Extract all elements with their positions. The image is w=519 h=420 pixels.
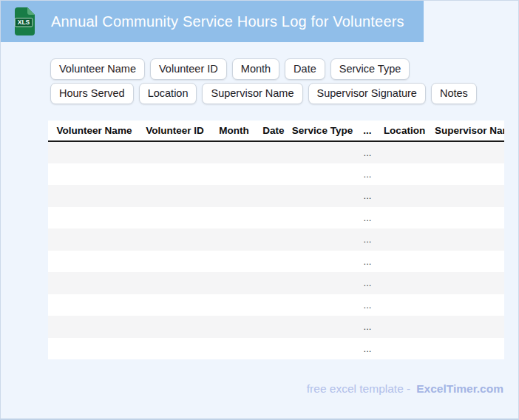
ellipsis-cell: ... — [356, 163, 379, 186]
empty-cell — [209, 338, 259, 360]
ellipsis-cell: ... — [356, 207, 379, 229]
footer-text: free excel template - — [307, 382, 410, 395]
empty-cell — [430, 251, 504, 273]
ellipsis-cell: ... — [356, 185, 379, 207]
ellipsis-cell: ... — [356, 316, 379, 338]
column-chip[interactable]: Location — [139, 83, 197, 104]
empty-cell — [288, 338, 356, 360]
table-row: ... — [48, 228, 504, 251]
empty-cell — [259, 163, 288, 186]
empty-cell — [288, 316, 356, 338]
empty-cell — [209, 228, 259, 251]
column-chip[interactable]: Volunteer Name — [50, 58, 145, 80]
empty-cell — [259, 272, 288, 294]
empty-cell — [288, 163, 356, 186]
empty-cell — [430, 207, 504, 229]
table-row: ... — [48, 316, 504, 338]
empty-cell — [288, 207, 356, 229]
empty-cell — [379, 251, 430, 273]
ellipsis-cell: ... — [356, 141, 379, 163]
empty-cell — [259, 294, 288, 316]
table-column-header: Date — [259, 121, 288, 141]
empty-cell — [209, 294, 259, 316]
empty-cell — [379, 294, 430, 316]
empty-cell — [379, 163, 430, 186]
column-chip[interactable]: Service Type — [330, 58, 410, 80]
column-chip[interactable]: Supervisor Name — [202, 83, 302, 104]
table-row: ... — [48, 272, 504, 294]
empty-cell — [140, 294, 209, 316]
empty-cell — [259, 207, 288, 229]
table-column-header: Month — [209, 121, 259, 141]
empty-cell — [430, 228, 504, 251]
ellipsis-cell: ... — [356, 272, 379, 294]
column-chip[interactable]: Hours Served — [50, 83, 134, 104]
table-column-header: Supervisor Name — [430, 121, 504, 141]
empty-cell — [140, 207, 209, 229]
empty-cell — [430, 272, 504, 294]
column-chip[interactable]: Supervisor Signature — [308, 83, 426, 104]
ellipsis-cell: ... — [356, 251, 379, 273]
empty-cell — [48, 338, 140, 360]
empty-cell — [379, 207, 430, 229]
empty-cell — [288, 294, 356, 316]
empty-cell — [140, 163, 209, 186]
empty-cell — [209, 163, 259, 186]
column-chips: Volunteer NameVolunteer IDMonthDateServi… — [50, 58, 494, 104]
table-row: ... — [48, 338, 504, 360]
ellipsis-cell: ... — [356, 228, 379, 251]
empty-cell — [259, 251, 288, 273]
table-header-row: Volunteer NameVolunteer IDMonthDateServi… — [48, 121, 504, 141]
empty-cell — [209, 207, 259, 229]
empty-cell — [209, 316, 259, 338]
table-row: ... — [48, 163, 504, 186]
empty-cell — [259, 338, 288, 360]
title-bar: XLS Annual Community Service Hours Log f… — [1, 1, 424, 42]
empty-cell — [140, 141, 209, 163]
empty-cell — [140, 228, 209, 251]
empty-cell — [48, 163, 140, 186]
empty-cell — [430, 141, 504, 163]
empty-cell — [209, 272, 259, 294]
empty-cell — [379, 228, 430, 251]
empty-cell — [379, 316, 430, 338]
table-column-header: Volunteer ID — [140, 121, 209, 141]
column-chip[interactable]: Date — [285, 58, 325, 80]
empty-cell — [48, 272, 140, 294]
empty-cell — [288, 251, 356, 273]
empty-cell — [48, 228, 140, 251]
ellipsis-cell: ... — [356, 338, 379, 360]
table-column-header: Service Type — [288, 121, 356, 141]
empty-cell — [48, 251, 140, 273]
table-row: ... — [48, 141, 504, 163]
log-table: Volunteer NameVolunteer IDMonthDateServi… — [48, 121, 504, 359]
table-row: ... — [48, 207, 504, 229]
empty-cell — [140, 316, 209, 338]
xls-file-icon: XLS — [13, 7, 35, 36]
empty-cell — [379, 185, 430, 207]
empty-cell — [379, 272, 430, 294]
column-chip[interactable]: Volunteer ID — [150, 58, 227, 80]
column-chip[interactable]: Notes — [431, 83, 477, 104]
page-title: Annual Community Service Hours Log for V… — [51, 13, 404, 30]
svg-text:XLS: XLS — [18, 18, 30, 26]
footer-brand-link[interactable]: ExcelTimer.com — [416, 382, 503, 395]
empty-cell — [430, 316, 504, 338]
column-chip[interactable]: Month — [232, 58, 279, 80]
empty-cell — [48, 207, 140, 229]
empty-cell — [209, 185, 259, 207]
empty-cell — [209, 141, 259, 163]
empty-cell — [430, 185, 504, 207]
table-row: ... — [48, 185, 504, 207]
empty-cell — [430, 163, 504, 186]
empty-cell — [48, 316, 140, 338]
empty-cell — [379, 338, 430, 360]
empty-cell — [140, 185, 209, 207]
table-row: ... — [48, 251, 504, 273]
empty-cell — [259, 185, 288, 207]
table-row: ... — [48, 294, 504, 316]
table-column-header: Volunteer Name — [48, 121, 140, 141]
empty-cell — [48, 141, 140, 163]
empty-cell — [259, 141, 288, 163]
empty-cell — [259, 228, 288, 251]
